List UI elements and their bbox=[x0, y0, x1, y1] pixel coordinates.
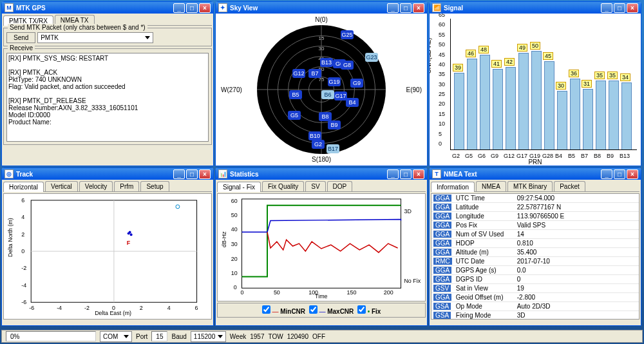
nmea-tab-3[interactable]: Packet bbox=[554, 181, 585, 191]
track-tab-prfm[interactable]: Prfm bbox=[114, 181, 139, 191]
maximize-button[interactable]: □ bbox=[614, 3, 625, 13]
nmea-titlebar[interactable]: T NMEA Text _ □ × bbox=[430, 168, 641, 180]
nmea-row[interactable]: GGALatitude22.57877167 N bbox=[431, 203, 639, 212]
stats-tab-1[interactable]: Fix Quality bbox=[262, 181, 304, 191]
nmea-row[interactable]: GSAOp ModeAuto 2D/3D bbox=[431, 302, 639, 311]
svg-text:0: 0 bbox=[112, 305, 115, 311]
minimize-button[interactable]: _ bbox=[387, 169, 399, 179]
receive-log[interactable]: [RX] PMTK_SYS_MSG: RESTART [RX] PMTK_ACK… bbox=[6, 53, 209, 142]
close-button[interactable]: × bbox=[413, 3, 424, 13]
send-group-title: Send MTK Packet (only chars between $ an… bbox=[8, 24, 147, 31]
signal-title: Signal bbox=[444, 5, 463, 12]
close-button[interactable]: × bbox=[199, 169, 211, 179]
stats-tab-3[interactable]: DOP bbox=[327, 181, 353, 191]
nmea-row[interactable]: GGALongitude113.90766500 E bbox=[431, 212, 639, 221]
bar-label: 39 bbox=[453, 64, 463, 72]
pmtk-combo[interactable]: PMTK bbox=[37, 32, 153, 43]
track-tab-horizontal[interactable]: Horizontal bbox=[3, 182, 44, 192]
stats-plot: dB-Hz Time 3D No Fix 0102030405060 05010… bbox=[217, 193, 426, 301]
svg-text:0: 0 bbox=[234, 284, 237, 291]
minimize-button[interactable]: _ bbox=[601, 3, 612, 13]
nmea-row[interactable]: GGANum of SV Used14 bbox=[431, 230, 639, 239]
status-com[interactable]: COM bbox=[100, 331, 132, 342]
nmea-row[interactable]: GSVSat in View19 bbox=[431, 284, 639, 293]
track-tab-vertical[interactable]: Vertical bbox=[45, 181, 78, 191]
status-tow-label: TOW bbox=[268, 333, 283, 340]
minimize-button[interactable]: _ bbox=[387, 3, 399, 13]
bar-G12 bbox=[506, 67, 516, 150]
svg-text:4: 4 bbox=[21, 214, 24, 220]
track-tab-setup[interactable]: Setup bbox=[140, 181, 169, 191]
svg-text:Delta North (m): Delta North (m) bbox=[7, 218, 14, 257]
legend-min[interactable]: — MinCNR bbox=[262, 308, 305, 315]
signal-ylabel: CNR(dB-Hz) bbox=[430, 37, 432, 73]
nmea-row[interactable]: GGADGPS ID0 bbox=[431, 275, 639, 284]
minimize-button[interactable]: _ bbox=[601, 169, 612, 179]
send-button[interactable]: Send bbox=[6, 32, 35, 43]
statusbar: 0% COM Port 15 Baud 115200 Week 1957 TOW… bbox=[1, 330, 643, 343]
nmea-row[interactable]: GGAAltitude (m)35.400 bbox=[431, 248, 639, 257]
nmea-table-wrap[interactable]: GGAUTC Time09:27:54.000GGALatitude22.578… bbox=[431, 193, 639, 320]
legend-max[interactable]: — MaxCNR bbox=[309, 308, 354, 315]
sat-G2: G2 bbox=[312, 140, 325, 149]
compass-n: N(0) bbox=[315, 16, 327, 23]
track-icon: ◎ bbox=[5, 169, 14, 178]
svg-text:F: F bbox=[127, 240, 131, 246]
track-titlebar[interactable]: ◎ Track _ □ × bbox=[2, 168, 213, 180]
maximize-button[interactable]: □ bbox=[186, 169, 198, 179]
nmea-row[interactable]: GSAFixing Mode3D bbox=[431, 311, 639, 320]
bar-label: 30 bbox=[556, 82, 566, 90]
nmea-tab-0[interactable]: Information bbox=[431, 182, 475, 192]
maximize-button[interactable]: □ bbox=[400, 3, 412, 13]
bar-B9 bbox=[609, 81, 619, 150]
maximize-button[interactable]: □ bbox=[400, 169, 412, 179]
nmea-tab-2[interactable]: MTK Binary bbox=[507, 181, 553, 191]
status-baud[interactable]: 115200 bbox=[191, 331, 226, 342]
bar-label: 46 bbox=[466, 50, 476, 57]
maximize-button[interactable]: □ bbox=[614, 169, 625, 179]
bar-label: 35 bbox=[607, 72, 618, 79]
svg-rect-24 bbox=[242, 199, 401, 288]
nmea-tab-1[interactable]: NMEA bbox=[476, 181, 506, 191]
nmea-row[interactable]: GGAPos FixValid SPS bbox=[431, 221, 639, 230]
sat-G12: G12 bbox=[292, 69, 305, 78]
mtk-titlebar[interactable]: M MTK GPS _ □ × bbox=[2, 2, 213, 14]
track-tab-velocity[interactable]: Velocity bbox=[79, 181, 113, 191]
sat-B17: B17 bbox=[327, 144, 339, 153]
compass-e: E(90) bbox=[406, 86, 422, 93]
close-button[interactable]: × bbox=[627, 3, 638, 13]
svg-text:2: 2 bbox=[140, 305, 143, 311]
svg-text:-6: -6 bbox=[21, 299, 26, 305]
sat-B8: B8 bbox=[319, 112, 332, 121]
stats-tab-2[interactable]: SV bbox=[305, 181, 325, 191]
nmea-row[interactable]: GGAHDOP0.810 bbox=[431, 239, 639, 248]
svg-text:10: 10 bbox=[231, 270, 238, 276]
bar-label: 41 bbox=[491, 60, 502, 68]
stats-titlebar[interactable]: 📊 Statistics _ □ × bbox=[216, 168, 427, 180]
svg-text:6: 6 bbox=[195, 305, 198, 311]
nmea-row[interactable]: GGAUTC Time09:27:54.000 bbox=[431, 194, 639, 203]
minimize-button[interactable]: _ bbox=[173, 3, 185, 13]
close-button[interactable]: × bbox=[413, 169, 424, 179]
sat-G8: G8 bbox=[341, 61, 354, 70]
bar-label: 31 bbox=[582, 80, 592, 88]
mtk-title: MTK GPS bbox=[16, 5, 46, 12]
close-button[interactable]: × bbox=[627, 169, 638, 179]
nmea-row[interactable]: GGADGPS Age (s)0.0 bbox=[431, 266, 639, 275]
close-button[interactable]: × bbox=[199, 3, 211, 13]
receive-label: Receive bbox=[8, 44, 35, 52]
stats-tab-0[interactable]: Signal - Fix bbox=[217, 182, 261, 192]
skyview-titlebar[interactable]: ✦ Sky View _ □ × bbox=[216, 2, 427, 14]
minimize-button[interactable]: _ bbox=[173, 169, 185, 179]
bar-G6 bbox=[480, 55, 490, 150]
stats-title: Statistics bbox=[230, 171, 258, 178]
nmea-row[interactable]: GGAGeoid Offset (m)-2.800 bbox=[431, 293, 639, 302]
nmea-row[interactable]: RMCUTC Date2017-07-10 bbox=[431, 257, 639, 266]
svg-text:-4: -4 bbox=[57, 305, 62, 311]
status-tow: 120490 bbox=[287, 333, 308, 340]
maximize-button[interactable]: □ bbox=[186, 3, 198, 13]
svg-text:150: 150 bbox=[347, 289, 357, 296]
legend-fix[interactable]: • Fix bbox=[357, 308, 381, 315]
status-port[interactable]: 15 bbox=[151, 331, 167, 341]
signal-titlebar[interactable]: 📶 Signal _ □ × bbox=[430, 2, 641, 14]
